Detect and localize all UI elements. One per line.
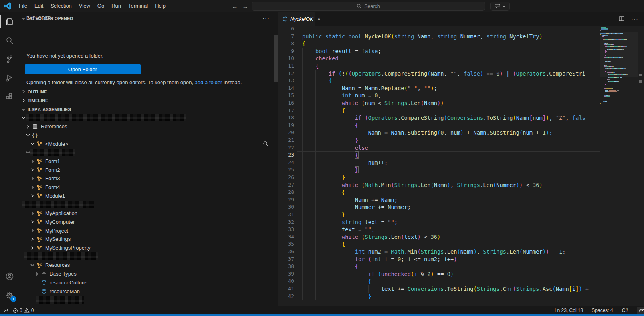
activitybar-extensions[interactable] bbox=[0, 87, 19, 106]
code-line-9[interactable]: 9 bool result = false; bbox=[278, 48, 644, 55]
tree-item-redacted[interactable] bbox=[19, 200, 278, 209]
code-line-22[interactable]: 22 else bbox=[278, 144, 644, 152]
menu-go[interactable]: Go bbox=[94, 2, 108, 10]
code-line-37[interactable]: 37 for (int i = 0; i <= num2; i++) bbox=[278, 256, 644, 263]
section-no-folder-opened[interactable]: NO FOLDER OPENED bbox=[20, 15, 73, 22]
code-editor[interactable]: 67public static bool NyckelOK(string Nam… bbox=[278, 26, 644, 306]
go-back-button[interactable]: ← bbox=[231, 3, 239, 10]
tree-item-redacted[interactable] bbox=[19, 252, 278, 261]
copilot-chat-button[interactable] bbox=[490, 2, 510, 11]
tree-row-search-action[interactable] bbox=[263, 141, 269, 147]
activitybar-run-debug[interactable] bbox=[0, 68, 19, 87]
code-line-12[interactable]: 12 if (!((Operators.CompareString(Namn, … bbox=[278, 70, 644, 78]
copilot-status-icon[interactable] bbox=[637, 307, 644, 314]
tree-item-resources[interactable]: Resources bbox=[19, 261, 278, 270]
tree-item-redacted[interactable] bbox=[19, 113, 278, 122]
tree-twisty[interactable] bbox=[29, 219, 36, 225]
code-line-35[interactable]: 35 { bbox=[278, 240, 644, 248]
code-line-32[interactable]: 32 string text = ""; bbox=[278, 219, 644, 226]
tree-twisty[interactable] bbox=[29, 262, 36, 268]
tree-item-module1[interactable]: Module1 bbox=[19, 191, 278, 200]
code-line-38[interactable]: 38 { bbox=[278, 263, 644, 270]
code-line-8[interactable]: 8{ bbox=[278, 40, 644, 48]
code-line-40[interactable]: 40 { bbox=[278, 278, 644, 285]
code-line-41[interactable]: 41 text += Conversions.ToString(Strings.… bbox=[278, 285, 644, 293]
code-line-33[interactable]: 33 text = ""; bbox=[278, 226, 644, 233]
section-timeline[interactable]: TIMELINE bbox=[19, 96, 278, 105]
section-ilspy-assemblies[interactable]: ILSPY: ASSEMBLIES bbox=[19, 105, 278, 113]
tree-twisty[interactable] bbox=[34, 271, 40, 277]
menu-edit[interactable]: Edit bbox=[31, 2, 47, 10]
code-line-21[interactable]: 21 } bbox=[278, 137, 644, 144]
tree-item-references[interactable]: References bbox=[19, 122, 278, 131]
tree-item--module-[interactable]: <Module> bbox=[19, 139, 278, 148]
tree-item-base-types[interactable]: Base Types bbox=[19, 270, 278, 278]
code-line-39[interactable]: 39 if (unchecked(i % 2) == 0) bbox=[278, 270, 644, 278]
tree-item-redacted[interactable] bbox=[19, 296, 278, 304]
code-line-26[interactable]: 26 } bbox=[278, 174, 644, 181]
tree-item-mycomputer[interactable]: MyComputer bbox=[19, 217, 278, 226]
tree-item-resourceculture[interactable]: resourceCulture bbox=[19, 278, 278, 287]
activitybar-search[interactable] bbox=[0, 31, 19, 50]
tree-item-redacted[interactable] bbox=[19, 148, 278, 157]
code-line-29[interactable]: 29 Namn += Namn; bbox=[278, 196, 644, 204]
tree-item-form4[interactable]: Form4 bbox=[19, 183, 278, 192]
tree-twisty[interactable] bbox=[25, 132, 31, 138]
code-line-16[interactable]: 16 while (num < Strings.Len(Namn)) bbox=[278, 99, 644, 107]
code-line-7[interactable]: 7public static bool NyckelOK(string Namn… bbox=[278, 33, 644, 40]
problems-status[interactable]: 0 0 bbox=[13, 308, 34, 313]
cursor-position-status[interactable]: Ln 23, Col 18 bbox=[555, 308, 583, 313]
code-line-23[interactable]: 23 { bbox=[278, 151, 644, 159]
menu-view[interactable]: View bbox=[75, 2, 94, 10]
tree-twisty[interactable] bbox=[29, 193, 36, 199]
code-line-15[interactable]: 15 int num = 0; bbox=[278, 92, 644, 99]
indentation-status[interactable]: Spaces: 4 bbox=[592, 308, 613, 313]
tree-item-myapplication[interactable]: MyApplication bbox=[19, 209, 278, 218]
tree-item-form3[interactable]: Form3 bbox=[19, 174, 278, 183]
code-line-6[interactable]: 6 bbox=[278, 26, 644, 33]
tree-twisty[interactable] bbox=[29, 167, 36, 173]
menu-selection[interactable]: Selection bbox=[47, 2, 75, 10]
activitybar-accounts[interactable] bbox=[0, 267, 19, 286]
more-actions-icon[interactable]: ··· bbox=[631, 16, 638, 22]
tree-item-form2[interactable]: Form2 bbox=[19, 165, 278, 174]
code-line-25[interactable]: 25 } bbox=[278, 166, 644, 174]
add-a-folder-link[interactable]: add a folder bbox=[195, 79, 222, 85]
tree-twisty[interactable] bbox=[29, 210, 36, 217]
tree-item-form1[interactable]: Form1 bbox=[19, 157, 278, 166]
activitybar-explorer[interactable] bbox=[0, 12, 19, 31]
tree-twisty[interactable] bbox=[29, 236, 36, 242]
code-line-31[interactable]: 31 } bbox=[278, 211, 644, 219]
code-line-19[interactable]: 19 { bbox=[278, 122, 644, 129]
code-line-10[interactable]: 10 checked bbox=[278, 55, 644, 62]
code-line-42[interactable]: 42 } bbox=[278, 293, 644, 300]
tree-twisty[interactable] bbox=[29, 141, 36, 147]
tree-item-myproject[interactable]: MyProject bbox=[19, 226, 278, 235]
tree-twisty[interactable] bbox=[25, 123, 31, 130]
tree-item-resourceman[interactable]: resourceMan bbox=[19, 287, 278, 296]
code-line-36[interactable]: 36 int num2 = Math.Min(Strings.Len(Namn)… bbox=[278, 248, 644, 256]
menu-file[interactable]: File bbox=[15, 2, 31, 10]
code-line-11[interactable]: 11 { bbox=[278, 62, 644, 70]
remote-indicator-icon[interactable] bbox=[3, 308, 9, 313]
more-actions-icon[interactable]: ··· bbox=[262, 14, 269, 21]
language-mode-status[interactable]: C# bbox=[622, 308, 628, 313]
code-line-27[interactable]: 27 while (Math.Min(Strings.Len(Namn), St… bbox=[278, 181, 644, 189]
tree-twisty[interactable] bbox=[29, 245, 36, 251]
code-line-28[interactable]: 28 { bbox=[278, 189, 644, 196]
section-outline[interactable]: OUTLINE bbox=[19, 87, 278, 96]
tree-item-mysettingsproperty[interactable]: MySettingsProperty bbox=[19, 244, 278, 252]
menu-help[interactable]: Help bbox=[151, 2, 169, 10]
close-icon[interactable]: × bbox=[317, 16, 321, 22]
code-line-14[interactable]: 14 Namn = Namn.Replace(" ", ""); bbox=[278, 85, 644, 92]
tree-twisty[interactable] bbox=[29, 184, 36, 191]
tree-item-mysettings[interactable]: MySettings bbox=[19, 235, 278, 244]
code-line-18[interactable]: 18 if (Operators.CompareString(Conversio… bbox=[278, 114, 644, 122]
code-line-34[interactable]: 34 while (Strings.Len(text) < 36) bbox=[278, 233, 644, 241]
tree-item--[interactable]: { } bbox=[19, 131, 278, 139]
open-folder-button[interactable]: Open Folder bbox=[25, 64, 141, 74]
tree-twisty[interactable] bbox=[29, 227, 36, 234]
code-line-20[interactable]: 20 Namn = Namn.Substring(0, num) + Namn.… bbox=[278, 129, 644, 137]
menu-run[interactable]: Run bbox=[108, 2, 125, 10]
code-line-24[interactable]: 24 num++; bbox=[278, 159, 644, 167]
